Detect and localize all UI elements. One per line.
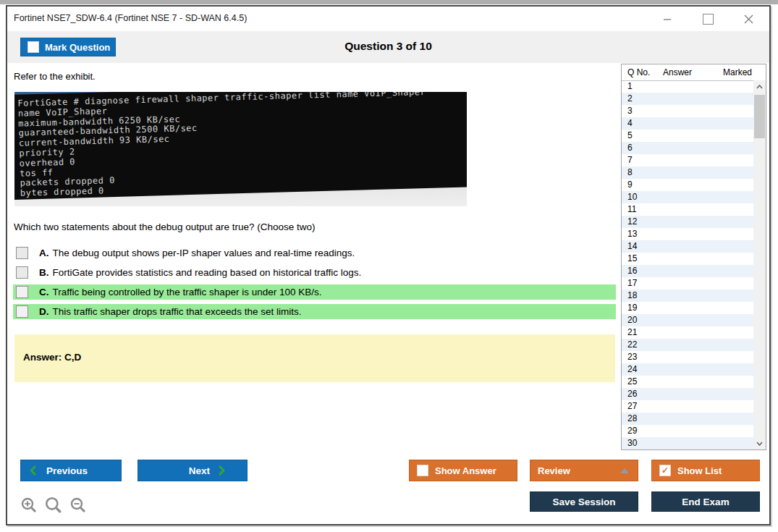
question-row-25[interactable]: 25 [622, 376, 753, 388]
option-checkbox[interactable] [16, 266, 28, 279]
question-list-panel: Q No. Answer Marked 12345678910111213141… [621, 64, 766, 450]
next-label: Next [189, 465, 210, 476]
option-row-A[interactable]: A.The debug output shows per-IP shaper v… [13, 245, 616, 261]
question-row-2[interactable]: 2 [622, 93, 753, 105]
option-text: This traffic shaper drops traffic that e… [53, 306, 302, 317]
option-row-B[interactable]: B.FortiGate provides statistics and read… [13, 265, 616, 280]
chevron-left-icon [30, 465, 36, 476]
close-icon [744, 14, 753, 24]
option-row-C[interactable]: C.Traffic being controlled by the traffi… [13, 284, 616, 300]
next-button[interactable]: Next [138, 460, 248, 481]
chevron-up-icon [620, 468, 629, 473]
previous-label: Previous [46, 465, 88, 476]
question-row-28[interactable]: 28 [622, 413, 753, 425]
review-button[interactable]: Review [530, 460, 638, 481]
mark-question-label: Mark Question [45, 42, 110, 53]
column-answer: Answer [663, 67, 692, 77]
zoom-in-icon[interactable] [20, 497, 38, 514]
show-list-checkbox[interactable]: ✓ [659, 465, 671, 476]
option-row-D[interactable]: D.This traffic shaper drops traffic that… [13, 304, 616, 319]
answer-text: Answer: C,D [23, 352, 81, 363]
mark-question-checkbox[interactable] [28, 41, 39, 53]
question-row-29[interactable]: 29 [622, 425, 753, 437]
question-row-19[interactable]: 19 [622, 302, 753, 314]
exam-window: Fortinet NSE7_SDW-6.4 (Fortinet NSE 7 - … [6, 5, 771, 525]
question-row-30[interactable]: 30 [622, 437, 753, 449]
question-row-1[interactable]: 1 [622, 80, 753, 93]
question-row-10[interactable]: 10 [622, 191, 753, 203]
options-list: A.The debug output shows per-IP shaper v… [13, 245, 616, 324]
save-session-label: Save Session [552, 497, 615, 507]
mark-question-button[interactable]: Mark Question [20, 38, 116, 56]
question-row-11[interactable]: 11 [622, 203, 753, 216]
question-row-17[interactable]: 17 [622, 277, 753, 290]
show-answer-label: Show Answer [435, 465, 496, 476]
window-title: Fortinet NSE7_SDW-6.4 (Fortinet NSE 7 - … [14, 13, 247, 23]
exhibit-image: FortiGate # diagnose firewall shaper tra… [14, 92, 467, 206]
question-row-14[interactable]: 14 [622, 240, 753, 253]
question-text: Which two statements about the debug out… [14, 221, 316, 232]
question-list: 1234567891011121314151617181920212223242… [622, 80, 753, 449]
question-row-24[interactable]: 24 [622, 363, 753, 376]
show-answer-button[interactable]: Show Answer [409, 460, 517, 481]
question-row-4[interactable]: 4 [622, 117, 753, 130]
exhibit-intro-text: Refer to the exhibit. [14, 71, 96, 82]
chevron-right-icon [219, 465, 225, 476]
terminal-output: FortiGate # diagnose firewall shaper tra… [17, 92, 467, 199]
option-letter: C. [39, 287, 49, 297]
option-letter: A. [39, 248, 49, 258]
zoom-toolbar [20, 496, 87, 515]
maximize-icon [703, 14, 714, 25]
scroll-up-icon[interactable] [753, 80, 766, 93]
question-row-12[interactable]: 12 [622, 216, 753, 228]
question-row-27[interactable]: 27 [622, 400, 753, 413]
show-answer-checkbox[interactable] [417, 465, 428, 476]
option-text: Traffic being controlled by the traffic … [53, 287, 322, 297]
question-row-20[interactable]: 20 [622, 314, 753, 326]
question-row-13[interactable]: 13 [622, 228, 753, 240]
question-row-16[interactable]: 16 [622, 265, 753, 277]
review-label: Review [538, 465, 570, 476]
previous-button[interactable]: Previous [20, 460, 122, 481]
scroll-down-icon[interactable] [753, 437, 766, 449]
column-marked: Marked [723, 67, 752, 77]
column-qno: Q No. [627, 67, 650, 77]
end-exam-button[interactable]: End Exam [651, 491, 760, 512]
question-row-8[interactable]: 8 [622, 166, 753, 179]
question-row-23[interactable]: 23 [622, 351, 753, 363]
question-row-3[interactable]: 3 [622, 105, 753, 117]
zoom-reset-icon[interactable] [44, 496, 63, 515]
option-checkbox[interactable] [16, 305, 28, 318]
show-list-label: Show List [677, 465, 722, 476]
option-text: The debug output shows per-IP shaper val… [53, 248, 355, 258]
question-row-5[interactable]: 5 [622, 130, 753, 142]
answer-box: Answer: C,D [14, 334, 615, 382]
question-row-7[interactable]: 7 [622, 154, 753, 166]
question-row-15[interactable]: 15 [622, 253, 753, 265]
question-list-header: Q No. Answer Marked [622, 64, 766, 81]
option-text: FortiGate provides statistics and readin… [53, 267, 362, 278]
question-row-22[interactable]: 22 [622, 339, 753, 351]
maximize-button[interactable] [695, 9, 720, 28]
option-checkbox[interactable] [16, 286, 28, 298]
option-letter: D. [39, 306, 49, 317]
question-row-21[interactable]: 21 [622, 326, 753, 339]
zoom-out-icon[interactable] [69, 497, 87, 514]
question-row-26[interactable]: 26 [622, 388, 753, 400]
scrollbar-thumb[interactable] [754, 95, 765, 138]
question-row-18[interactable]: 18 [622, 290, 753, 302]
question-row-6[interactable]: 6 [622, 142, 753, 154]
close-button[interactable] [736, 9, 761, 28]
option-letter: B. [39, 267, 49, 278]
terminal-screenshot: FortiGate # diagnose firewall shaper tra… [14, 92, 467, 200]
background-window-edge [0, 0, 778, 4]
question-header-bar: Question 3 of 10 Mark Question [7, 31, 769, 63]
minimize-button[interactable] [655, 9, 680, 28]
option-checkbox[interactable] [16, 247, 28, 259]
end-exam-label: End Exam [682, 497, 729, 507]
question-list-scrollbar[interactable] [753, 80, 766, 449]
show-list-button[interactable]: ✓ Show List [651, 460, 760, 481]
question-counter: Question 3 of 10 [7, 40, 769, 53]
question-row-9[interactable]: 9 [622, 179, 753, 191]
save-session-button[interactable]: Save Session [530, 491, 638, 512]
